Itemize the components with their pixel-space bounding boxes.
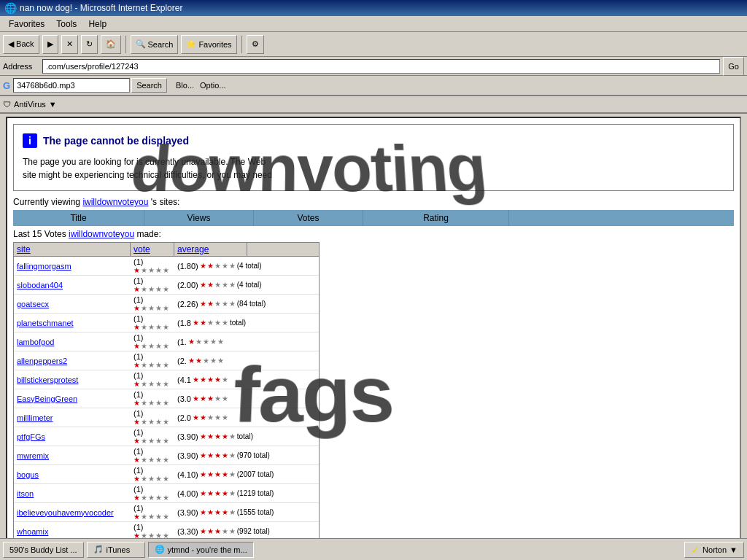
star-empty: ★ [155,513,162,521]
vote-stars: ★★★★★ [133,475,171,483]
antivirus-icon: 🛡 [3,100,11,109]
title-bar: 🌐 nan now dog! - Microsoft Internet Expl… [0,0,747,16]
menu-bar: Favorites Tools Help [0,16,747,32]
star-filled: ★ [200,394,206,402]
table-row: bogus (1)★★★★★ (4.10)★★★★★ (2007 total) [14,465,319,484]
site-link[interactable]: billstickersprotest [14,375,131,385]
star-filled: ★ [222,508,228,516]
star-filled: ★ [214,451,221,459]
star-filled: ★ [207,470,214,478]
site-link[interactable]: lambofgod [14,337,131,347]
taskbar-ytmnd[interactable]: 🌐 ytmnd - you're the m... [148,542,254,558]
viewing-username-link[interactable]: iwilldownvoteyou [82,197,148,207]
norton-dropdown[interactable]: ▼ [729,545,738,554]
site-link[interactable]: fallingmorgasm [14,261,131,271]
avg-cell: (4.1★★★★★ [174,375,306,385]
table-row: billstickersprotest (1)★★★★★ (4.1★★★★★ [14,370,319,389]
star-empty: ★ [229,262,236,270]
forward-button[interactable]: ▶ [42,35,58,54]
itunes-icon: 🎵 [93,545,104,554]
search-button[interactable]: 🔍 Search [131,35,179,54]
site-link[interactable]: allenpeppers2 [14,356,131,366]
star-filled: ★ [200,319,206,327]
stop-button[interactable]: ✕ [61,35,78,54]
star-filled: ★ [133,285,140,293]
star-filled: ★ [200,489,206,497]
votes-col-vote[interactable]: vote [131,243,174,256]
site-link[interactable]: mwremix [14,451,131,461]
avg-cell: (2.0★★★★★ [174,413,306,423]
antivirus-dropdown[interactable]: ▼ [49,100,57,109]
google-search-button[interactable]: Search [131,78,167,93]
site-link[interactable]: milllimeter [14,413,131,423]
menu-help[interactable]: Help [82,18,112,31]
site-link[interactable]: itson [14,489,131,499]
vote-cell: (1)★★★★★ [131,446,174,464]
star-empty: ★ [141,456,147,464]
star-empty: ★ [214,300,221,308]
star-filled: ★ [196,357,202,365]
table-row: EasyBeingGreen (1)★★★★★ (3.0★★★★★ [14,389,319,408]
star-empty: ★ [148,304,155,312]
col-views: Views [144,210,254,226]
vote-stars: ★★★★★ [133,304,171,312]
site-link[interactable]: goatsecx [14,299,131,309]
votes-rows-container: fallingmorgasm (1)★★★★★ (1.80)★★★★★ (4 t… [14,257,319,538]
home-button[interactable]: 🏠 [101,35,121,54]
votes-col-avg[interactable]: average [174,243,247,256]
menu-favorites[interactable]: Favorites [3,18,50,31]
site-link[interactable]: whoamix [14,526,131,537]
star-filled: ★ [133,266,140,274]
site-link[interactable]: planetschmanet [14,318,131,328]
site-link[interactable]: ptfgFGs [14,432,131,442]
star-empty: ★ [229,432,236,440]
star-empty: ★ [163,323,169,331]
table-row: goatsecx (1)★★★★★ (2.26)★★★★★ (84 total) [14,295,319,314]
favorites-button[interactable]: ⭐ Favorites [181,35,236,54]
total-text: (4 total) [237,262,262,270]
star-empty: ★ [148,437,155,445]
separator-2 [241,36,242,53]
star-filled: ★ [200,508,206,516]
star-filled: ★ [214,376,221,384]
star-filled: ★ [200,527,206,535]
taskbar-buddy-list[interactable]: 590's Buddy List ... [3,542,84,558]
extra-button[interactable]: ⚙ [247,35,264,54]
star-empty: ★ [141,304,147,312]
address-input[interactable] [42,59,720,74]
star-filled: ★ [207,508,214,516]
star-empty: ★ [222,262,228,270]
col-rating: Rating [363,210,509,226]
google-search-area: Search [13,78,167,93]
star-filled: ★ [222,451,228,459]
site-link[interactable]: EasyBeingGreen [14,394,131,404]
star-filled: ★ [188,338,195,346]
taskbar-itunes[interactable]: 🎵 iTunes [87,542,145,558]
votes-col-site[interactable]: site [14,243,131,256]
vote-stars: ★★★★★ [133,418,171,426]
back-button[interactable]: ◀ Back [3,35,39,54]
star-empty: ★ [217,338,224,346]
table-row: fallingmorgasm (1)★★★★★ (1.80)★★★★★ (4 t… [14,257,319,276]
star-empty: ★ [217,357,224,365]
go-button[interactable]: Go [723,57,744,76]
star-empty: ★ [214,413,221,421]
google-search-input[interactable] [13,78,130,93]
site-link[interactable]: bogus [14,470,131,480]
norton-icon: ✓ [691,544,700,556]
site-link[interactable]: ibelieveyouhavemyvocoder [14,508,131,518]
votes-username-link[interactable]: iwilldownvoteyou [69,229,134,239]
error-title: i The page cannot be displayed [23,133,724,148]
avg-cell: (4.00)★★★★★ (1219 total) [174,489,306,499]
vote-stars: ★★★★★ [133,266,171,274]
star-filled: ★ [200,376,206,384]
total-text: (992 total) [237,527,270,535]
menu-tools[interactable]: Tools [50,18,82,31]
refresh-button[interactable]: ↻ [81,35,98,54]
star-filled: ★ [207,527,214,535]
avg-cell: (3.90)★★★★★ total) [174,432,306,442]
avg-stars: ★★★★★ [200,527,236,535]
star-empty: ★ [141,437,147,445]
star-empty: ★ [148,399,155,407]
site-link[interactable]: slobodan404 [14,280,131,290]
